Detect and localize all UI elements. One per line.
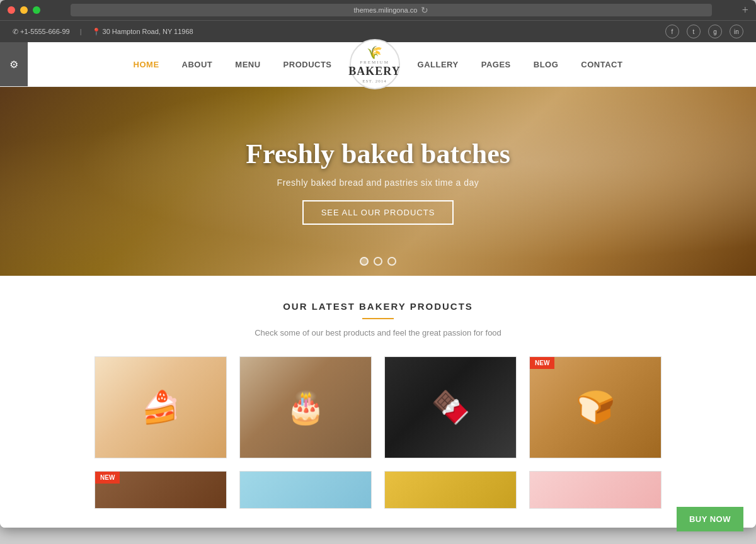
address: 📍 30 Hampton Road, NY 11968	[92, 28, 193, 36]
buy-now-button[interactable]: BUY NOW	[677, 507, 743, 531]
product-card-3[interactable]: 🍫	[384, 356, 517, 458]
products-section-subtitle: Check some of our best products and feel…	[19, 328, 737, 337]
minimize-button[interactable]	[20, 6, 28, 14]
nav-item-contact[interactable]: CONTACT	[570, 60, 634, 69]
hero-content: Freshly baked batches Freshly baked brea…	[0, 87, 756, 276]
product-card-7[interactable]	[384, 471, 517, 509]
facebook-icon[interactable]: f	[665, 25, 679, 38]
logo-title: BAKERY	[348, 65, 400, 79]
google-plus-icon[interactable]: g	[708, 25, 722, 38]
info-bar-left: ✆ +1-5555-666-99 | 📍 30 Hampton Road, NY…	[13, 28, 193, 36]
reload-button[interactable]: ↻	[421, 5, 428, 15]
logo-premium: PREMIUM	[348, 60, 400, 65]
browser-window: themes.milingona.co ↻ + ✆ +1-5555-666-99…	[0, 0, 756, 528]
product-card-4[interactable]: NEW 🍞	[529, 356, 662, 458]
product-image-cloth-partial	[240, 472, 371, 509]
logo-inner: 🌾 PREMIUM BAKERY EST. 2014	[348, 45, 400, 84]
product-badge-new-5: NEW	[95, 472, 120, 484]
nav-item-pages[interactable]: PAGES	[470, 60, 522, 69]
product-image-fruits-partial	[385, 472, 516, 509]
hero-title: Freshly baked batches	[246, 138, 510, 170]
site-logo[interactable]: 🌾 PREMIUM BAKERY EST. 2014	[350, 39, 400, 89]
separator: |	[80, 28, 82, 35]
products-divider	[362, 318, 394, 319]
hero-subtitle: Freshly baked bread and pastries six tim…	[277, 178, 479, 188]
product-card-8[interactable]	[529, 471, 662, 509]
logo-icon: 🌾	[348, 45, 400, 60]
main-nav: HOME ABOUT MENU PRODUCTS 🌾 PREMIUM BAKER…	[0, 42, 756, 86]
nav-item-about[interactable]: ABOUT	[171, 60, 224, 69]
gear-icon: ⚙	[9, 59, 18, 71]
product-badge-new-4: NEW	[530, 357, 554, 369]
product-image-cake: 🍰	[95, 357, 226, 458]
hero-section: Freshly baked batches Freshly baked brea…	[0, 87, 756, 276]
new-tab-button[interactable]: +	[742, 4, 748, 17]
product-card-6[interactable]	[239, 471, 372, 509]
settings-button[interactable]: ⚙	[0, 42, 28, 86]
nav-item-gallery[interactable]: GALLERY	[406, 60, 470, 69]
product-image-tiramisu: 🎂	[240, 357, 371, 458]
product-image-sandwich: 🍫	[385, 357, 516, 458]
logo-est: EST. 2014	[348, 79, 400, 84]
product-image-cherry-partial	[530, 472, 661, 509]
nav-item-menu[interactable]: MENU	[224, 60, 272, 69]
browser-titlebar: themes.milingona.co ↻ +	[0, 0, 756, 20]
products-section-title: OUR LATEST BAKERY PRODUCTS	[19, 301, 737, 312]
products-header: OUR LATEST BAKERY PRODUCTS Check some of…	[19, 301, 737, 337]
linkedin-icon[interactable]: in	[730, 25, 743, 38]
twitter-icon[interactable]: t	[687, 25, 701, 38]
nav-item-blog[interactable]: BLOG	[522, 60, 570, 69]
nav-item-products[interactable]: PRODUCTS	[272, 60, 343, 69]
hero-cta-button[interactable]: See all our products	[302, 200, 454, 225]
phone-number: ✆ +1-5555-666-99	[13, 28, 70, 36]
products-section: OUR LATEST BAKERY PRODUCTS Check some of…	[0, 276, 756, 528]
nav-item-home[interactable]: HOME	[122, 60, 171, 69]
product-image-bread: 🍞	[530, 357, 661, 458]
product-card-1[interactable]: 🍰	[94, 356, 227, 458]
close-button[interactable]	[8, 6, 15, 14]
url-text: themes.milingona.co	[353, 6, 417, 14]
social-icons-group: f t g in	[665, 25, 743, 38]
products-grid-row1: 🍰 🎂 🍫 NEW 🍞	[94, 356, 662, 458]
product-card-5[interactable]: NEW	[94, 471, 227, 509]
address-bar[interactable]: themes.milingona.co ↻	[71, 4, 712, 16]
product-card-2[interactable]: 🎂	[239, 356, 372, 458]
products-grid-row2: NEW	[94, 471, 662, 509]
nav-wrapper: ⚙ HOME ABOUT MENU PRODUCTS 🌾 PREMIUM BAK…	[0, 42, 756, 87]
maximize-button[interactable]	[33, 6, 40, 14]
